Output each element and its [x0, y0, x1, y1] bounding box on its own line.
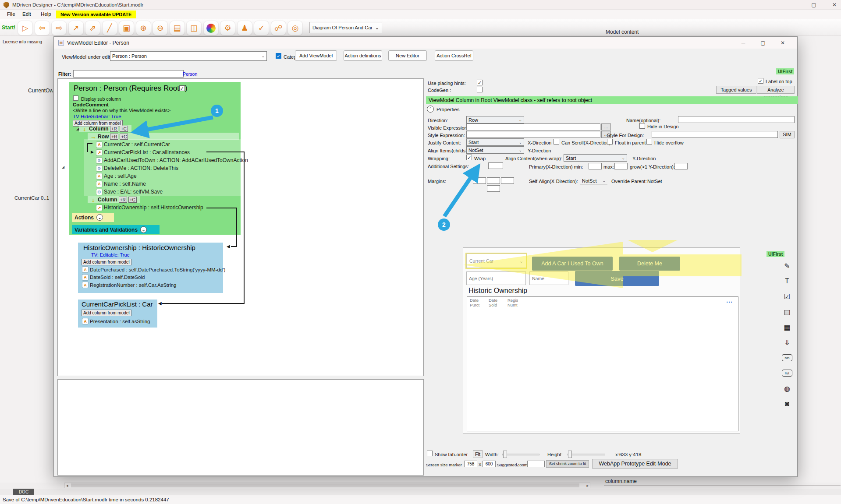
primary-min-input[interactable]	[589, 163, 602, 169]
use-placing-hints-checkbox[interactable]	[477, 80, 483, 85]
back-arrow-icon[interactable]: ⇦	[35, 21, 50, 35]
add-row-button[interactable]: +R	[110, 126, 118, 132]
diagram-selector[interactable]: Diagram Of Person And Car ⌄	[309, 22, 382, 33]
screen-height-input[interactable]: 600	[483, 461, 496, 467]
code-comment-value[interactable]: <Write a line on why this ViewModel exis…	[73, 108, 170, 113]
run-prototype-icon[interactable]: ◫	[186, 21, 202, 35]
height-slider-track[interactable]	[567, 454, 605, 455]
add-viewmodel-button[interactable]: Add ViewModel	[295, 50, 337, 61]
draw-line-icon[interactable]: ↗	[68, 21, 84, 35]
viewport-settings-icon[interactable]: ◙	[781, 398, 793, 409]
filter-input[interactable]	[73, 70, 184, 78]
additional-settings-input[interactable]	[488, 162, 503, 169]
margin-left-input[interactable]	[473, 177, 486, 184]
add-column-from-model-button[interactable]: Add column from model	[82, 259, 131, 265]
tree-row[interactable]: AAge : self.Age	[69, 172, 241, 180]
scrollbar-thumb[interactable]	[71, 483, 579, 487]
width-slider-track[interactable]	[502, 454, 539, 455]
codegen-checkbox[interactable]	[477, 87, 483, 92]
button-control-icon[interactable]: btn	[782, 354, 792, 361]
tree-row[interactable]: AName : self.Name	[69, 180, 241, 188]
select-frame-icon[interactable]: ▣	[119, 21, 134, 35]
tagged-value-editable[interactable]: TV: Editable: True	[91, 252, 130, 257]
name-input[interactable]	[530, 272, 568, 285]
float-in-parent-checkbox[interactable]	[607, 139, 613, 145]
zoom-in-icon[interactable]: ⊕	[136, 21, 151, 35]
hide-overflow-checkbox[interactable]	[646, 139, 652, 145]
add-column-button[interactable]: +C	[128, 197, 137, 203]
tree-row[interactable]: →Row+R+C	[69, 133, 241, 141]
current-car-combo[interactable]: Current Car ⌄	[466, 254, 526, 268]
actions-section-bar[interactable]: Actions ⌄	[72, 213, 114, 222]
ui-preview-surface[interactable]: Current Car ⌄ Add A Car I Used To Own De…	[463, 247, 740, 434]
tree-row[interactable]: ⚙DeleteMe : ACTION: DeleteThis	[69, 164, 241, 172]
start-label[interactable]: Start!	[2, 25, 15, 31]
width-slider-thumb[interactable]	[503, 451, 507, 458]
add-car-button[interactable]: Add A Car I Used To Own	[532, 257, 613, 271]
forward-arrow-icon[interactable]: ⇨	[51, 21, 67, 35]
requires-root-checkbox[interactable]: ✓	[179, 85, 185, 91]
max-input[interactable]	[614, 163, 628, 169]
action-definitions-button[interactable]: Action definitions	[344, 50, 382, 61]
expression-ellipsis-button[interactable]: ...	[601, 123, 611, 130]
table-column-header[interactable]: DatePurct	[470, 298, 479, 308]
globe-control-icon[interactable]: ◍	[781, 383, 793, 394]
chevron-down-icon[interactable]: ⌄	[96, 214, 103, 221]
scroll-right-icon[interactable]: ▸	[586, 483, 589, 488]
edit-pencil-icon[interactable]: ✎	[781, 260, 793, 271]
align-content-combo[interactable]: Start⌄	[564, 154, 627, 162]
settings-gears-icon[interactable]: ⚙	[220, 21, 235, 35]
window-maximize-button[interactable]: ▢	[806, 0, 821, 10]
analyze-expressions-button[interactable]: Analyze expressions	[757, 86, 795, 94]
filter-class-link[interactable]: Person	[183, 71, 197, 77]
image-download-icon[interactable]: ⇩	[781, 337, 793, 348]
delete-me-button[interactable]: Delete Me	[619, 257, 680, 271]
list-control-icon[interactable]: list	[782, 370, 792, 377]
name-optional-input[interactable]	[678, 116, 795, 123]
label-on-top-checkbox[interactable]	[758, 78, 763, 84]
dialog-minimize-button[interactable]: ─	[736, 38, 751, 48]
wrap-checkbox[interactable]	[466, 155, 472, 160]
outer-expander-icon[interactable]: ◢	[62, 165, 64, 169]
combobox-control-icon[interactable]: ▤	[781, 306, 793, 317]
style-expression-input[interactable]	[466, 131, 600, 138]
sim-button[interactable]: SIM	[780, 131, 795, 138]
dashed-line-icon[interactable]: ╱	[102, 21, 117, 35]
table-menu-ellipsis[interactable]: ...	[726, 297, 733, 304]
viewmodel-column-item[interactable]: APresentation : self.asString	[82, 318, 150, 324]
save-button[interactable]: Save	[575, 271, 659, 286]
age-field[interactable]	[466, 271, 526, 285]
age-input[interactable]	[467, 272, 525, 285]
tree-row[interactable]: ACurrentCar : self.CurrentCar	[69, 141, 241, 148]
viewmodel-column-item[interactable]: ADatePurchased : self.DatePurchased.ToSt…	[82, 267, 225, 272]
hide-in-design-checkbox[interactable]	[639, 123, 645, 129]
set-shrink-zoom-button[interactable]: Set shrink zoom to fit	[546, 460, 589, 468]
margin-top-input[interactable]	[487, 177, 500, 184]
new-editor-button[interactable]: New Editor	[388, 50, 427, 61]
viewmodel-under-edit-combo[interactable]: Person : Person ⌄	[110, 51, 267, 61]
style-for-design-input[interactable]	[652, 131, 778, 138]
mdriven-spiral-icon[interactable]: ◎	[287, 21, 303, 35]
menu-help[interactable]: Help	[41, 11, 51, 17]
text-control-icon[interactable]: T	[781, 275, 793, 287]
horizontal-scrollbar[interactable]: ◂ ▸	[64, 483, 590, 488]
margin-bottom-input[interactable]	[487, 185, 500, 192]
self-align-combo[interactable]: NotSet⌄	[580, 177, 607, 184]
align-items-combo[interactable]: NotSet⌄	[466, 146, 524, 154]
run-play-icon[interactable]: ▷	[18, 21, 33, 35]
add-row-button[interactable]: +R	[110, 134, 118, 140]
tagged-value-hidesidebar[interactable]: TV HideSidebar: True	[73, 114, 121, 119]
table-column-header[interactable]: RegisNumt	[507, 298, 518, 308]
name-field[interactable]	[529, 271, 568, 285]
validate-check-icon[interactable]: ✓	[254, 21, 269, 35]
categ-checkbox[interactable]	[276, 53, 281, 59]
menu-edit[interactable]: Edit	[22, 11, 31, 17]
secondary-pane[interactable]	[57, 379, 424, 476]
tree-row[interactable]: ↓Column+R+C	[69, 196, 241, 204]
chevron-down-icon[interactable]: ⌄	[140, 226, 147, 233]
dialog-close-button[interactable]: ✕	[775, 38, 790, 48]
add-column-button[interactable]: +C	[120, 134, 128, 140]
picklist-box[interactable]: CurrentCarPickList : Car Add column from…	[78, 300, 157, 328]
fit-button[interactable]: Fit	[473, 450, 483, 458]
draw-association-icon[interactable]: ⇗	[85, 21, 100, 35]
